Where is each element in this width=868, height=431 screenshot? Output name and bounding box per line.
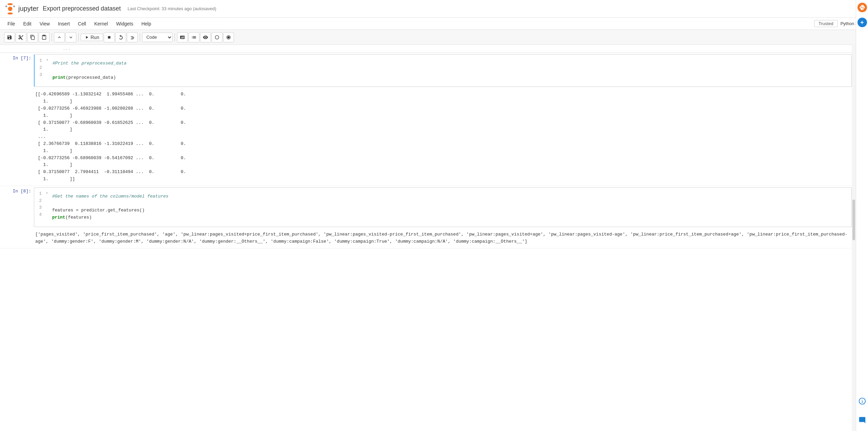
toolbar: Run Code Markdown Raw NBConvert Heading (0, 30, 868, 45)
top-bar: jupyter Export preprocessed dataset Last… (0, 0, 868, 18)
main-content: ... In [7]: 1 2 3 ▾ (0, 45, 856, 248)
restart-run-button[interactable] (127, 32, 138, 42)
keyboard-button[interactable] (177, 32, 188, 42)
cell-8-prompt: In [8]: (0, 186, 34, 228)
cell-7-output: [[-0.42696589 -1.13032142 1.99455486 ...… (0, 88, 856, 185)
truncated-line: ... (0, 45, 856, 53)
menu-kernel[interactable]: Kernel (91, 20, 111, 27)
toggle-all-output-button[interactable] (223, 32, 234, 42)
menu-edit[interactable]: Edit (20, 20, 35, 27)
menu-help[interactable]: Help (138, 20, 155, 27)
copy-button[interactable] (27, 32, 38, 42)
jupyter-logo: jupyter (4, 3, 39, 15)
cell-8-output: ['pages_visited', 'price_first_item_purc… (0, 228, 856, 248)
expand-icon[interactable]: + (857, 18, 867, 27)
move-up-button[interactable] (54, 32, 65, 42)
cell-7-code[interactable]: #Print the preprocessed_data print(prepr… (50, 57, 851, 84)
cut-button[interactable] (16, 32, 26, 42)
kernel-label: Python 3 (841, 21, 858, 26)
trusted-button[interactable]: Trusted (814, 20, 838, 27)
notebook-title[interactable]: Export preprocessed dataset (43, 5, 121, 12)
menu-view[interactable]: View (36, 20, 53, 27)
run-button[interactable]: Run (81, 34, 103, 41)
move-down-button[interactable] (65, 32, 76, 42)
python-icon[interactable] (857, 3, 867, 12)
menu-file[interactable]: File (4, 20, 19, 27)
toggle-output-button[interactable] (212, 32, 222, 42)
line-numbers-7: 1 2 3 (35, 57, 45, 84)
cell-7-input[interactable]: 1 2 3 ▾ #Print the preprocessed_data pri… (34, 54, 852, 87)
cell-8: In [8]: 1 2 3 4 ▾ (0, 186, 856, 248)
svg-point-10 (228, 36, 229, 38)
svg-point-2 (7, 3, 13, 5)
menu-insert[interactable]: Insert (55, 20, 73, 27)
svg-point-6 (13, 5, 15, 7)
separator-1 (52, 33, 52, 41)
right-panel: + i (856, 0, 868, 248)
separator-2 (78, 33, 79, 41)
cell-8-input[interactable]: 1 2 3 4 ▾ #Get the names of the columns/… (34, 187, 852, 227)
interrupt-button[interactable] (104, 32, 115, 42)
cell-type-select[interactable]: Code Markdown Raw NBConvert Heading (142, 33, 173, 42)
paste-button[interactable] (39, 32, 50, 42)
scrollbar-thumb[interactable] (852, 200, 855, 240)
menu-widgets[interactable]: Widgets (113, 20, 137, 27)
restart-button[interactable] (115, 32, 126, 42)
preview-button[interactable] (200, 32, 211, 42)
line-numbers-8: 1 2 3 4 (34, 190, 44, 224)
run-label: Run (91, 35, 99, 40)
cell-7-output-text: [[-0.42696589 -1.13032142 1.99455486 ...… (34, 88, 856, 185)
cell-8-code[interactable]: #Get the names of the columns/model feat… (50, 190, 851, 224)
checkpoint-info: Last Checkpoint: 33 minutes ago (autosav… (127, 6, 216, 11)
jupyter-label: jupyter (18, 5, 39, 13)
svg-point-5 (5, 5, 7, 7)
separator-4 (175, 33, 175, 41)
truncated-text: ... (63, 46, 71, 51)
save-button[interactable] (4, 32, 15, 42)
cell-7: In [7]: 1 2 3 ▾ #Print the preproc (0, 53, 856, 186)
svg-point-8 (215, 35, 219, 39)
menu-bar: File Edit View Insert Cell Kernel Widget… (0, 18, 868, 30)
scrollbar[interactable] (852, 44, 856, 248)
svg-point-3 (7, 12, 13, 14)
cell-8-output-text: ['pages_visited', 'price_first_item_purc… (34, 228, 856, 248)
code-cell-8: In [8]: 1 2 3 4 ▾ (0, 186, 856, 228)
menu-cell[interactable]: Cell (75, 20, 90, 27)
list-button[interactable] (189, 32, 199, 42)
svg-point-4 (8, 6, 13, 11)
cell-7-prompt: In [7]: (0, 53, 34, 88)
svg-rect-7 (108, 36, 110, 38)
code-cell-7: In [7]: 1 2 3 ▾ #Print the preproc (0, 53, 856, 88)
separator-3 (140, 33, 140, 41)
